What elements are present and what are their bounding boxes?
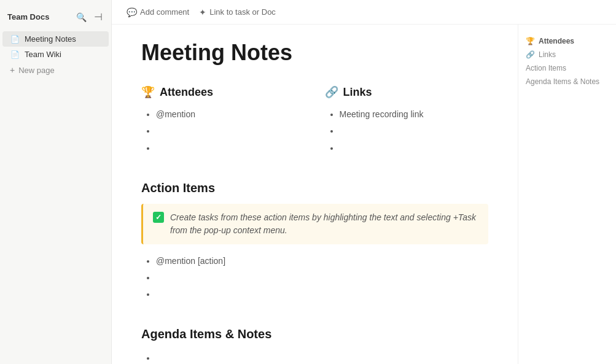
sidebar-item-label: Meeting Notes bbox=[25, 34, 76, 44]
trophy-icon: 🏆 bbox=[141, 85, 155, 99]
sidebar-item-label: Team Wiki bbox=[25, 50, 61, 59]
plus-icon: + bbox=[10, 65, 15, 75]
list-item bbox=[156, 269, 488, 286]
sidebar-icon-group: 🔍 ⊣ bbox=[75, 10, 104, 24]
link-icon: 🔗 bbox=[325, 85, 338, 99]
attendees-heading: 🏆 Attendees bbox=[141, 85, 305, 99]
content-wrapper: Meeting Notes 🏆 Attendees @mention bbox=[112, 25, 616, 364]
search-button[interactable]: 🔍 bbox=[75, 11, 88, 23]
sidebar-collapse-button[interactable]: ⊣ bbox=[93, 10, 104, 24]
page-content: Meeting Notes 🏆 Attendees @mention bbox=[112, 25, 518, 364]
document-icon: 📄 bbox=[10, 35, 20, 44]
action-items-list: @mention [action] bbox=[141, 253, 488, 303]
sidebar-header: Team Docs 🔍 ⊣ bbox=[0, 7, 111, 31]
list-item bbox=[340, 123, 489, 139]
callout-text: Create tasks from these action items by … bbox=[170, 211, 478, 237]
sidebar-title: Team Docs bbox=[7, 12, 49, 21]
list-item bbox=[156, 350, 488, 364]
list-item bbox=[156, 123, 305, 139]
list-item bbox=[156, 140, 305, 157]
new-page-button[interactable]: + New page bbox=[2, 62, 109, 78]
page-title: Meeting Notes bbox=[141, 39, 488, 66]
list-item bbox=[156, 286, 488, 303]
agenda-heading: Agenda Items & Notes bbox=[141, 327, 488, 341]
links-list: Meeting recording link bbox=[325, 106, 489, 157]
sidebar-item-meeting-notes[interactable]: 📄 Meeting Notes bbox=[2, 31, 109, 47]
new-page-label: New page bbox=[18, 66, 55, 75]
main-area: 💬 Add comment ✦ Link to task or Doc Meet… bbox=[112, 0, 616, 364]
action-items-section: Action Items Create tasks from these act… bbox=[141, 181, 488, 303]
checkbox-icon bbox=[153, 212, 164, 223]
toc-item-links[interactable]: 🔗 Links bbox=[526, 48, 609, 61]
sidebar: Team Docs 🔍 ⊣ 📄 Meeting Notes 📄 Team Wik… bbox=[0, 0, 112, 364]
table-of-contents: 🏆 Attendees 🔗 Links Action Items Agenda … bbox=[518, 25, 616, 364]
attendees-section: 🏆 Attendees @mention bbox=[141, 85, 305, 157]
comment-icon: 💬 bbox=[127, 7, 137, 17]
two-col-section: 🏆 Attendees @mention 🔗 Links bbox=[141, 85, 488, 157]
attendees-heading-label: Attendees bbox=[160, 86, 213, 99]
document-icon: 📄 bbox=[10, 50, 20, 59]
sidebar-item-team-wiki[interactable]: 📄 Team Wiki bbox=[2, 47, 109, 62]
links-section: 🔗 Links Meeting recording link bbox=[325, 85, 489, 157]
toc-item-action-items[interactable]: Action Items bbox=[526, 61, 609, 75]
callout-box: Create tasks from these action items by … bbox=[141, 204, 488, 244]
sidebar-collapse-icon: ⊣ bbox=[94, 11, 103, 23]
trophy-icon: 🏆 bbox=[526, 37, 535, 45]
agenda-section: Agenda Items & Notes bbox=[141, 327, 488, 364]
list-item: @mention [action] bbox=[156, 253, 488, 269]
add-comment-label: Add comment bbox=[140, 7, 189, 17]
attendees-list: @mention bbox=[141, 106, 305, 157]
list-item bbox=[340, 140, 489, 157]
link-button[interactable]: ✦ Link to task or Doc bbox=[199, 7, 276, 17]
list-item: @mention bbox=[156, 106, 305, 123]
search-icon: 🔍 bbox=[76, 12, 87, 22]
links-heading: 🔗 Links bbox=[325, 85, 489, 99]
toc-item-agenda[interactable]: Agenda Items & Notes bbox=[526, 75, 609, 88]
topbar: 💬 Add comment ✦ Link to task or Doc bbox=[112, 0, 616, 25]
list-item: Meeting recording link bbox=[340, 106, 489, 123]
link-icon: 🔗 bbox=[526, 50, 535, 59]
action-items-heading: Action Items bbox=[141, 181, 488, 195]
toc-item-attendees[interactable]: 🏆 Attendees bbox=[526, 34, 609, 48]
links-heading-label: Links bbox=[343, 86, 372, 99]
link-label: Link to task or Doc bbox=[209, 7, 276, 17]
link-icon: ✦ bbox=[199, 7, 206, 17]
agenda-list bbox=[141, 350, 488, 364]
add-comment-button[interactable]: 💬 Add comment bbox=[127, 7, 189, 17]
